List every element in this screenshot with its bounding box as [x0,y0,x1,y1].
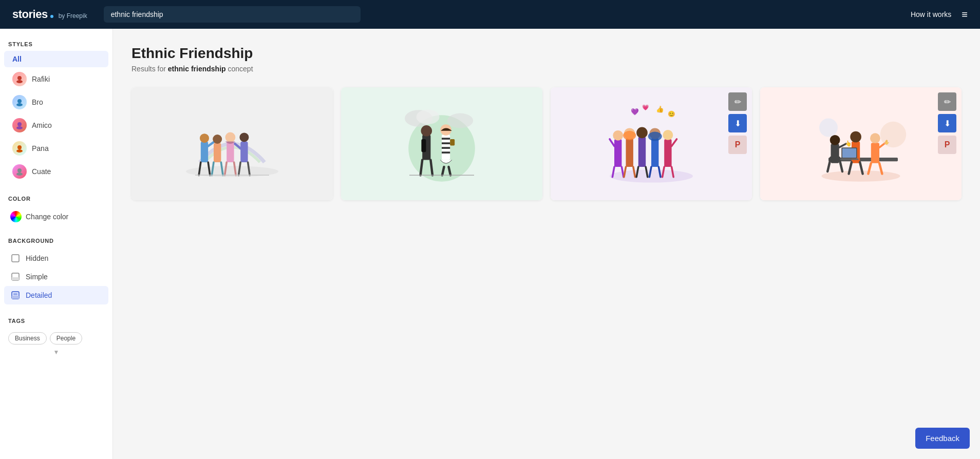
svg-line-82 [610,139,614,146]
svg-rect-12 [12,277,19,280]
header-right: How it works ≡ [911,9,968,21]
logo-by: by Freepik [59,12,87,20]
download-button-4[interactable]: ⬇ [938,114,956,132]
illustration-img-4: 👆 ✋ [760,87,962,200]
logo-dot [50,15,53,18]
change-color-button[interactable]: Change color [4,207,108,226]
card-actions-3: ✏ ⬇ P [728,92,747,154]
svg-point-93 [850,131,861,143]
bro-label: Bro [32,98,43,106]
pana-label: Pana [32,144,49,152]
tags-section: Business People [0,327,112,347]
svg-text:😊: 😊 [668,110,675,118]
how-it-works-link[interactable]: How it works [911,10,951,18]
amico-label: Amico [32,121,52,129]
svg-point-41 [421,125,432,137]
tag-business[interactable]: Business [8,332,47,345]
avatar-cuate [12,164,27,179]
edit-icon-4: ✏ [944,97,951,107]
svg-rect-47 [442,138,450,140]
main-content: Ethnic Friendship Results for ethnic fri… [113,29,980,459]
svg-point-105 [880,122,906,147]
svg-rect-17 [201,142,208,163]
svg-rect-14 [12,296,19,299]
svg-rect-10 [12,255,19,262]
svg-point-8 [17,168,22,173]
svg-point-2 [17,99,22,103]
bg-item-simple[interactable]: Simple [4,267,108,286]
pinterest-icon-4: P [945,140,950,149]
all-label: All [12,55,22,63]
tag-people[interactable]: People [50,332,82,345]
svg-point-1 [16,80,23,83]
svg-point-0 [17,76,22,80]
tags-section-title: TAGS [0,314,112,327]
sidebar-item-all[interactable]: All [4,51,108,67]
simple-bg-icon [10,272,21,282]
pinterest-button-4[interactable]: P [938,136,956,154]
svg-point-61 [613,130,623,141]
sidebar-item-amico[interactable]: Amico [4,114,108,137]
detailed-label: Detailed [26,291,52,299]
hamburger-icon[interactable]: ≡ [962,9,968,21]
svg-rect-42 [421,139,426,152]
sidebar-item-rafiki[interactable]: Rafiki [4,68,108,90]
svg-rect-78 [664,139,671,167]
color-wheel-icon [10,211,22,222]
color-section-title: COLOR [0,192,112,205]
illustration-card-2[interactable] [341,87,542,200]
background-section-title: BACKGROUND [0,234,112,247]
edit-button-3[interactable]: ✏ [728,92,747,111]
main-layout: STYLES All Rafiki Bro Amico [0,29,980,459]
svg-text:👍: 👍 [656,105,664,113]
svg-rect-48 [442,142,450,144]
feedback-button[interactable]: Feedback [915,428,970,449]
download-icon-3: ⬇ [734,119,741,128]
results-text: Results for ethnic friendship concept [131,65,962,73]
logo[interactable]: stories by Freepik [12,8,87,21]
bg-item-hidden[interactable]: Hidden [4,249,108,267]
svg-point-18 [200,133,209,143]
download-button-3[interactable]: ⬇ [728,114,747,132]
card-actions-4: ✏ ⬇ P [938,92,956,154]
bg-item-detailed[interactable]: Detailed [4,286,108,304]
svg-point-23 [213,135,222,144]
illustrations-grid: 💜 💗 👍 😊 [131,87,962,200]
illustration-img-1 [131,87,333,200]
svg-rect-15 [13,293,17,295]
sidebar-item-bro[interactable]: Bro [4,91,108,113]
search-input[interactable] [104,6,361,23]
svg-text:💗: 💗 [642,104,649,111]
svg-rect-69 [638,137,646,167]
svg-point-97 [870,133,880,143]
svg-rect-104 [840,159,859,160]
svg-point-66 [623,131,636,140]
results-prefix: Results for [131,65,168,73]
hidden-bg-icon [10,253,21,263]
logo-text: stories [12,8,48,21]
edit-button-4[interactable]: ✏ [938,92,956,111]
svg-rect-73 [651,138,658,167]
sidebar-item-cuate[interactable]: Cuate [4,160,108,183]
pinterest-button-3[interactable]: P [728,136,747,154]
svg-point-9 [16,173,23,176]
illustration-card-1[interactable] [131,87,333,200]
pinterest-icon-3: P [735,140,741,149]
illustration-card-4[interactable]: 👆 ✋ [760,87,962,200]
svg-point-31 [239,132,249,142]
svg-point-38 [417,109,440,124]
scroll-arrow: ▼ [0,347,112,358]
svg-text:👆: 👆 [845,140,852,147]
svg-line-19 [208,142,215,146]
color-section: Change color [0,205,112,228]
avatar-rafiki [12,72,27,86]
search-bar [104,6,361,23]
illustration-card-3[interactable]: 💜 💗 👍 😊 [551,87,752,200]
tags-container: Business People [8,332,104,345]
svg-line-88 [827,158,831,171]
sidebar-item-pana[interactable]: Pana [4,137,108,160]
svg-rect-30 [240,142,248,163]
svg-point-3 [16,103,23,106]
change-color-label: Change color [26,213,68,221]
avatar-pana [12,141,27,156]
